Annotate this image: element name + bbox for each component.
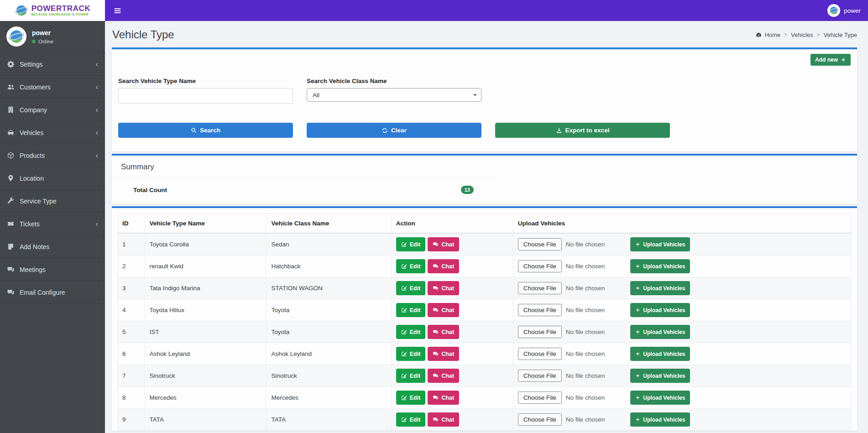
sidebar-item-meetings[interactable]: Meetings ‹ — [0, 258, 105, 281]
cell-vehicle-type-name: renault Kwid — [145, 256, 267, 277]
choose-file-button[interactable]: Choose File — [518, 370, 562, 382]
no-file-chosen-text: No file chosen — [566, 263, 605, 270]
cell-upload-vehicles: Choose File No file chosen Upload Vehicl… — [513, 256, 851, 277]
no-file-chosen-text: No file chosen — [566, 241, 605, 248]
sidebar-item-tickets[interactable]: Tickets ‹ — [0, 213, 105, 235]
search-button[interactable]: Search — [118, 123, 293, 138]
avatar — [827, 4, 840, 17]
choose-file-button[interactable]: Choose File — [518, 413, 562, 426]
upload-vehicles-button[interactable]: Upload Vehicles — [630, 369, 690, 383]
choose-file-button[interactable]: Choose File — [518, 282, 562, 294]
table-row: 1 Toyota Corolla Sedan Edit Chat Choose … — [118, 233, 852, 256]
choose-file-button[interactable]: Choose File — [518, 348, 562, 360]
chat-button[interactable]: Chat — [428, 303, 459, 317]
sidebar-item-company[interactable]: Company ‹ — [0, 99, 105, 121]
edit-button[interactable]: Edit — [396, 237, 426, 251]
sidebar-toggle-button[interactable] — [105, 0, 130, 21]
upload-vehicles-button[interactable]: Upload Vehicles — [630, 391, 690, 405]
chat-button[interactable]: Chat — [428, 281, 459, 295]
cell-vehicle-class-name: Toyota — [267, 321, 391, 343]
note-icon — [7, 243, 15, 250]
chat-button[interactable]: Chat — [428, 347, 459, 361]
sidebar-item-settings[interactable]: Settings ‹ — [0, 52, 105, 76]
choose-file-button[interactable]: Choose File — [518, 238, 562, 250]
top-nav: power — [105, 0, 868, 21]
edit-button[interactable]: Edit — [396, 281, 426, 295]
no-file-chosen-text: No file chosen — [566, 307, 605, 313]
upload-vehicles-button[interactable]: Upload Vehicles — [630, 237, 690, 251]
cell-vehicle-type-name: IST — [145, 321, 267, 343]
export-to-excel-button[interactable]: Export to excel — [495, 123, 670, 138]
plus-icon — [635, 417, 640, 422]
clear-button[interactable]: Clear — [307, 123, 481, 138]
cell-id: 8 — [118, 387, 145, 409]
chat-icon — [433, 285, 439, 291]
chat-button[interactable]: Chat — [428, 259, 459, 273]
topbar-user-menu[interactable]: power — [827, 4, 868, 17]
edit-button[interactable]: Edit — [396, 303, 426, 317]
sidebar-item-email-configure[interactable]: Email Configure ‹ — [0, 281, 105, 304]
breadcrumb-vehicles-link[interactable]: Vehicles — [791, 31, 813, 38]
choose-file-button[interactable]: Choose File — [518, 391, 562, 404]
map-marker-icon — [7, 174, 15, 182]
sidebar-item-add-notes[interactable]: Add Notes ‹ — [0, 235, 105, 258]
sidebar-item-location[interactable]: Location ‹ — [0, 167, 105, 190]
edit-button[interactable]: Edit — [396, 259, 426, 273]
upload-vehicles-button[interactable]: Upload Vehicles — [630, 259, 690, 273]
chat-button[interactable]: Chat — [428, 412, 459, 427]
cell-vehicle-type-name: Ashok Leyland — [145, 343, 267, 365]
edit-icon — [401, 241, 407, 247]
edit-button[interactable]: Edit — [396, 347, 426, 361]
chat-button[interactable]: Chat — [428, 237, 459, 251]
vehicle-type-search-input[interactable] — [118, 88, 293, 104]
cell-vehicle-type-name: Sinotruck — [145, 365, 267, 387]
cell-vehicle-class-name: Hatchback — [267, 256, 391, 277]
edit-button[interactable]: Edit — [396, 369, 426, 383]
table-row: 6 Ashok Leyland Ashok Leyland Edit Chat … — [118, 343, 852, 365]
dashboard-icon — [755, 31, 762, 38]
chat-icon — [433, 263, 439, 269]
sidebar-item-service-type[interactable]: Service Type ‹ — [0, 190, 105, 213]
cell-id: 5 — [118, 321, 145, 343]
choose-file-button[interactable]: Choose File — [518, 326, 562, 338]
sidebar-item-products[interactable]: Products ‹ — [0, 144, 105, 167]
breadcrumb-separator: > — [817, 31, 820, 38]
cell-upload-vehicles: Choose File No file chosen Upload Vehicl… — [513, 387, 851, 409]
choose-file-button[interactable]: Choose File — [518, 260, 562, 272]
upload-vehicles-button[interactable]: Upload Vehicles — [630, 325, 690, 339]
table-row: 7 Sinotruck Sinotruck Edit Chat Choose F… — [118, 365, 852, 387]
chevron-left-icon: ‹ — [96, 108, 98, 112]
cell-id: 4 — [118, 299, 145, 321]
sidebar-item-customers[interactable]: Customers ‹ — [0, 76, 105, 99]
vehicle-type-table: ID Vehicle Type Name Vehicle Class Name … — [117, 214, 852, 431]
chevron-left-icon: ‹ — [96, 153, 98, 158]
chat-button[interactable]: Chat — [428, 369, 459, 383]
ticket-icon — [7, 220, 15, 228]
cell-action: Edit Chat — [391, 299, 513, 321]
chat-button[interactable]: Chat — [428, 391, 459, 405]
summary-box: Summary Total Count 13 — [112, 154, 857, 204]
cell-action: Edit Chat — [391, 365, 513, 387]
edit-button[interactable]: Edit — [396, 412, 426, 427]
chat-icon — [433, 395, 439, 401]
cell-action: Edit Chat — [391, 387, 513, 409]
refresh-icon — [382, 127, 388, 134]
total-count-label: Total Count — [121, 187, 167, 193]
chat-button[interactable]: Chat — [428, 325, 459, 339]
sidebar-item-vehicles[interactable]: Vehicles ‹ — [0, 121, 105, 144]
vehicle-class-select[interactable]: All — [307, 88, 481, 102]
choose-file-button[interactable]: Choose File — [518, 304, 562, 316]
edit-button[interactable]: Edit — [396, 325, 426, 339]
column-header-upload-vehicles: Upload Vehicles — [513, 214, 851, 234]
upload-vehicles-button[interactable]: Upload Vehicles — [630, 281, 690, 295]
cell-id: 6 — [118, 343, 145, 365]
add-new-button[interactable]: Add new — [810, 54, 851, 66]
cell-vehicle-type-name: Toyota Corolla — [145, 233, 267, 256]
upload-vehicles-button[interactable]: Upload Vehicles — [630, 347, 690, 361]
upload-vehicles-button[interactable]: Upload Vehicles — [630, 303, 690, 317]
cell-vehicle-type-name: Tata Indigo Marina — [145, 277, 267, 299]
breadcrumb-home-link[interactable]: Home — [755, 31, 780, 38]
globe-avatar-icon — [829, 5, 839, 16]
edit-button[interactable]: Edit — [396, 391, 426, 405]
upload-vehicles-button[interactable]: Upload Vehicles — [630, 412, 690, 427]
